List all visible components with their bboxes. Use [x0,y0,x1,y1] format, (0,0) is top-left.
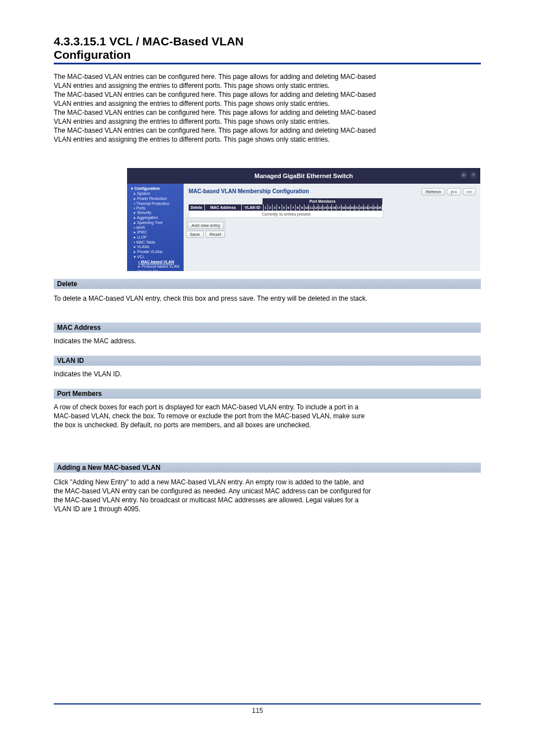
sidebar-item-power-reduction[interactable]: ▸ Power Reduction [134,197,181,201]
col-port: 15 [327,204,332,211]
col-vlan: VLAN ID [242,204,264,211]
help-icon[interactable]: ? [470,171,477,179]
intro-text: The MAC-based VLAN entries can be config… [54,91,481,100]
col-port: 3 [273,204,277,211]
col-port: 5 [282,204,287,211]
intro-text: The MAC-based VLAN entries can be config… [54,127,481,136]
col-port: 23 [364,204,368,211]
col-port: 24 [368,204,373,211]
section-body: VLAN ID are 1 through 4095. [54,505,481,514]
col-mac: MAC Address [205,204,242,211]
col-port: 12 [314,204,318,211]
col-port: 10 [305,204,309,211]
intro-text: The MAC-based VLAN entries can be config… [54,109,481,118]
header-rule [54,63,481,64]
section-heading-adding-new: Adding a New MAC-based VLAN [54,463,481,473]
col-port: 17 [336,204,341,211]
col-port: 16 [332,204,336,211]
content-pane: MAC-based VLAN Membership Configuration … [184,184,480,271]
col-port: 26 [378,204,382,211]
section-body: the MAC-based VLAN entry can be configur… [54,487,481,496]
intro-text: The MAC-based VLAN entries can be config… [54,73,481,82]
col-port: 19 [346,204,350,211]
col-port: 7 [291,204,296,211]
nav-first-button[interactable]: |<< [447,188,461,195]
app-title: Managed GigaBit Ethernet Switch [127,172,480,179]
table-header-row: Delete MAC Address VLAN ID 1 2 3 4 5 6 7… [189,204,382,211]
section-body: the MAC-based VLAN entry. No broadcast o… [54,496,481,505]
reset-button[interactable]: Reset [205,231,225,238]
sidebar-item-protocol-based-vlan[interactable]: ▸ Protocol-based VLAN [138,264,181,269]
intro-text: VLAN entries and assigning the entries t… [54,136,481,144]
footer-rule [54,703,481,704]
section-body: To delete a MAC-based VLAN entry, check … [54,295,481,304]
col-port: 20 [350,204,355,211]
add-new-entry-button[interactable]: Add new entry [188,222,224,229]
intro-text: VLAN entries and assigning the entries t… [54,100,481,109]
section-body: MAC-based VLAN, check the box. To remove… [54,412,481,421]
intro-text: VLAN entries and assigning the entries t… [54,118,481,127]
page-number: 115 [252,707,263,715]
section-heading-mac-address: MAC Address [54,323,481,333]
section-body: A row of check boxes for each port is di… [54,403,481,412]
col-port: 25 [373,204,378,211]
sidebar-item-mac-table[interactable]: ▪ MAC Table [134,240,181,244]
page-heading-line2: Configuration [54,48,131,62]
col-delete: Delete [189,204,205,211]
sidebar-item-mac-based-vlan[interactable]: ▪ MAC-based VLAN [138,260,181,264]
logout-icon[interactable]: ⎋ [460,171,467,179]
intro-text: VLAN entries and assigning the entries t… [54,82,481,91]
section-heading-vlan-id: VLAN ID [54,356,481,366]
sidebar-item-configuration[interactable]: ▾ Configuration [131,186,181,191]
sidebar-item-ports[interactable]: ▪ Ports [134,206,181,210]
sidebar-item-vlans[interactable]: ▸ VLANs [134,245,181,249]
sidebar-item-vcl[interactable]: ▾ VCL [134,255,181,259]
sidebar: ▾ Configuration ▸ System ▸ Power Reducti… [127,184,184,271]
col-port: 1 [264,204,268,211]
col-port: 11 [309,204,313,211]
col-port: 13 [318,204,323,211]
page-heading-line1: 4.3.3.15.1 VCL / MAC-Based VLAN [54,35,243,48]
col-port: 6 [287,204,291,211]
sidebar-item-security[interactable]: ▸ Security [134,211,181,215]
section-body: the box is unchecked. By default, no por… [54,421,481,430]
embedded-screenshot: Managed GigaBit Ethernet Switch ⎋ ? ▾ Co… [127,168,480,271]
sidebar-item-private-vlans[interactable]: ▸ Private VLANs [134,250,181,254]
port-members-header: Port Members [263,198,382,204]
col-port: 2 [268,204,273,211]
sidebar-item-aggregation[interactable]: ▸ Aggregation [134,216,181,220]
section-body: Indicates the MAC address. [54,337,481,346]
col-port: 21 [355,204,359,211]
col-port: 8 [296,204,300,211]
sidebar-item-mvr[interactable]: ▪ MVR [134,226,181,230]
col-port: 14 [323,204,327,211]
sidebar-item-system[interactable]: ▸ System [134,192,181,196]
app-titlebar: Managed GigaBit Ethernet Switch ⎋ ? [127,168,480,184]
sidebar-item-lldp[interactable]: ▸ LLDP [134,235,181,240]
add-entry-box: Add new entry [186,217,226,231]
sidebar-item-thermal-protection[interactable]: ▪ Thermal Protection [134,202,181,206]
sidebar-item-spanning-tree[interactable]: ▸ Spanning Tree [134,221,181,225]
col-port: 18 [341,204,346,211]
pane-title: MAC-based VLAN Membership Configuration [189,188,309,194]
section-body: Indicates the VLAN ID. [54,370,481,379]
col-port: 4 [277,204,282,211]
sidebar-item-ipmc[interactable]: ▸ IPMC [134,230,181,235]
sidebar-item-voice-vlan[interactable]: ▸ Voice VLAN [134,269,181,274]
refresh-button[interactable]: Refresh [421,188,445,195]
nav-next-button[interactable]: >> [463,188,476,195]
save-button[interactable]: Save [186,231,204,238]
section-heading-delete: Delete [54,279,481,289]
section-heading-port-members: Port Members [54,389,481,399]
section-body: Click "Adding New Entry" to add a new MA… [54,478,481,487]
col-port: 9 [300,204,305,211]
col-port: 22 [359,204,364,211]
